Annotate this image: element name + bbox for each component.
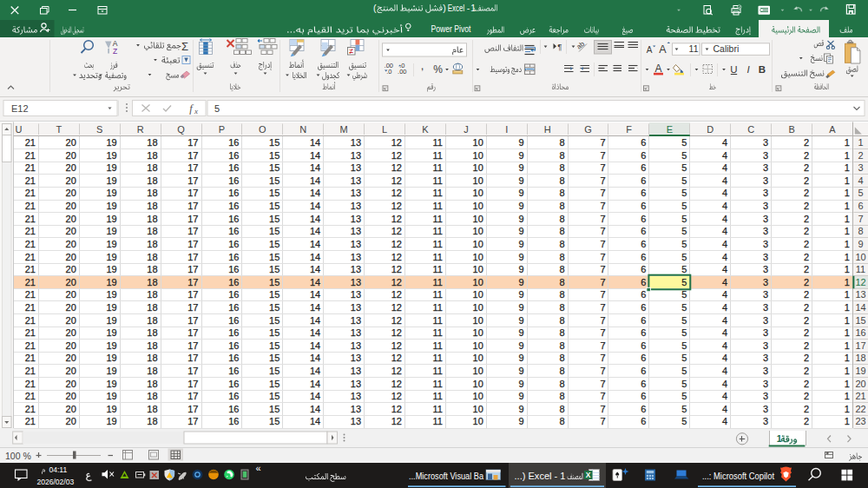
- svg-text:20: 20: [855, 379, 865, 389]
- svg-text:11: 11: [856, 264, 865, 274]
- svg-text:123456789101112131415161718192: 123456789101112131415161718192021: [25, 353, 850, 363]
- svg-text:G: G: [584, 124, 592, 135]
- svg-text:O: O: [259, 124, 266, 135]
- svg-text:123456789101112131415161718192: 123456789101112131415161718192021: [25, 150, 850, 161]
- svg-text:ab: ab: [575, 40, 587, 51]
- svg-text:B: B: [759, 64, 766, 75]
- svg-text:18: 18: [855, 353, 865, 363]
- svg-text:x: x: [194, 107, 198, 115]
- svg-text:Excel: Excel: [448, 3, 465, 13]
- svg-text:S: S: [96, 124, 102, 135]
- svg-text:100 %: 100 %: [5, 451, 31, 461]
- svg-text:9: 9: [858, 239, 863, 249]
- svg-text:N: N: [299, 124, 306, 135]
- svg-text:123456789101112131415161718192: 123456789101112131415161718192021: [25, 416, 850, 426]
- svg-text:123456789101112131415161718192: 123456789101112131415161718192021: [25, 366, 850, 376]
- svg-text:123456789101112131415161718192: 123456789101112131415161718192021: [25, 239, 850, 249]
- svg-text:123456789101112131415161718192: 123456789101112131415161718192021: [25, 137, 850, 148]
- svg-text:123456789101112131415161718192: 123456789101112131415161718192021: [25, 302, 850, 313]
- svg-text:E12: E12: [11, 103, 29, 114]
- svg-text:123456789101112131415161718192: 123456789101112131415161718192021: [25, 226, 850, 236]
- svg-text:B: B: [788, 124, 794, 135]
- svg-text:J: J: [464, 124, 469, 135]
- svg-text:15: 15: [855, 315, 865, 326]
- svg-text:123456789101112131415161718192: 123456789101112131415161718192021: [25, 201, 850, 211]
- svg-text:123456789101112131415161718192: 123456789101112131415161718192021: [25, 277, 850, 287]
- svg-text:D: D: [707, 124, 713, 135]
- svg-text:A: A: [659, 43, 667, 56]
- svg-text:U: U: [16, 124, 23, 135]
- svg-text:123456789101112131415161718192: 123456789101112131415161718192021: [25, 188, 850, 198]
- svg-text:.0: .0: [386, 68, 391, 76]
- svg-text:U: U: [730, 64, 737, 75]
- svg-text:A: A: [829, 124, 836, 135]
- svg-text:X: X: [586, 471, 591, 479]
- svg-text:...: Microsoft Copilot: ...: Microsoft Copilot: [702, 471, 774, 481]
- svg-text:...Microsoft Visual Ba: ...Microsoft Visual Ba: [409, 471, 483, 481]
- svg-text:(: (: [373, 3, 377, 13]
- svg-text:¶: ¶: [557, 42, 562, 51]
- svg-text:H: H: [544, 124, 551, 135]
- svg-text:R: R: [137, 124, 144, 135]
- svg-text:3: 3: [858, 162, 863, 173]
- svg-text:-: -: [467, 3, 470, 13]
- svg-text:123456789101112131415161718192: 123456789101112131415161718192021: [25, 289, 850, 300]
- svg-text:5: 5: [858, 188, 863, 198]
- svg-text:M: M: [340, 124, 348, 135]
- svg-text:Z: Z: [113, 47, 117, 56]
- svg-text:13: 13: [855, 289, 865, 300]
- svg-text:1: 1: [470, 3, 476, 13]
- svg-text:%: %: [433, 63, 443, 76]
- svg-text:P: P: [219, 124, 225, 135]
- svg-text:2: 2: [858, 150, 863, 161]
- svg-text:22: 22: [855, 404, 865, 414]
- svg-text:E: E: [667, 124, 673, 135]
- svg-text:2026/02/03: 2026/02/03: [36, 478, 74, 486]
- svg-text:123456789101112131415161718192: 123456789101112131415161718192021: [25, 175, 850, 186]
- svg-text:123456789101112131415161718192: 123456789101112131415161718192021: [25, 327, 850, 338]
- svg-text:7: 7: [858, 214, 863, 224]
- svg-text:123456789101112131415161718192: 123456789101112131415161718192021: [25, 214, 850, 224]
- svg-text:8: 8: [858, 226, 863, 236]
- svg-text:19: 19: [855, 366, 865, 376]
- svg-text:11: 11: [689, 43, 699, 54]
- svg-text:123456789101112131415161718192: 123456789101112131415161718192021: [25, 391, 850, 401]
- svg-text:A: A: [647, 45, 653, 55]
- svg-text:F: F: [626, 124, 632, 135]
- svg-text:123456789101112131415161718192: 123456789101112131415161718192021: [25, 379, 850, 389]
- svg-text:A: A: [654, 63, 661, 75]
- svg-text:6: 6: [858, 201, 863, 211]
- svg-text:04:11: 04:11: [49, 465, 67, 474]
- svg-text:): ): [443, 3, 446, 13]
- svg-text:...) Excel - 1: ...) Excel - 1: [515, 471, 566, 481]
- svg-text:≠: ≠: [349, 47, 353, 56]
- svg-text:Q: Q: [177, 124, 185, 135]
- svg-text:5: 5: [214, 103, 220, 114]
- svg-text:123456789101112131415161718192: 123456789101112131415161718192021: [25, 315, 850, 326]
- svg-text:14: 14: [855, 302, 865, 313]
- svg-text:C: C: [747, 124, 754, 135]
- svg-text:1: 1: [858, 137, 863, 148]
- svg-text:123456789101112131415161718192: 123456789101112131415161718192021: [25, 162, 850, 173]
- svg-text:23: 23: [855, 416, 865, 426]
- svg-text:16: 16: [855, 327, 865, 338]
- svg-text:4: 4: [858, 175, 863, 186]
- svg-text:T: T: [56, 124, 62, 135]
- svg-text:Σ: Σ: [181, 40, 188, 53]
- svg-text:123456789101112131415161718192: 123456789101112131415161718192021: [25, 404, 850, 414]
- svg-text:123456789101112131415161718192: 123456789101112131415161718192021: [25, 252, 850, 262]
- svg-text:1: 1: [777, 433, 782, 444]
- svg-text:Power Pivot: Power Pivot: [431, 23, 471, 34]
- svg-text:12: 12: [855, 277, 865, 287]
- svg-text:I: I: [505, 124, 508, 135]
- svg-text:K: K: [422, 124, 429, 135]
- svg-text:I: I: [746, 64, 750, 75]
- svg-text:10: 10: [855, 252, 865, 262]
- svg-text:.00: .00: [398, 68, 406, 76]
- svg-text:17: 17: [855, 340, 865, 351]
- svg-text:L: L: [382, 124, 387, 135]
- svg-text:123456789101112131415161718192: 123456789101112131415161718192021: [25, 340, 850, 351]
- svg-text:Calibri: Calibri: [713, 43, 740, 54]
- svg-text:21: 21: [855, 391, 865, 401]
- svg-text:«: «: [255, 463, 260, 473]
